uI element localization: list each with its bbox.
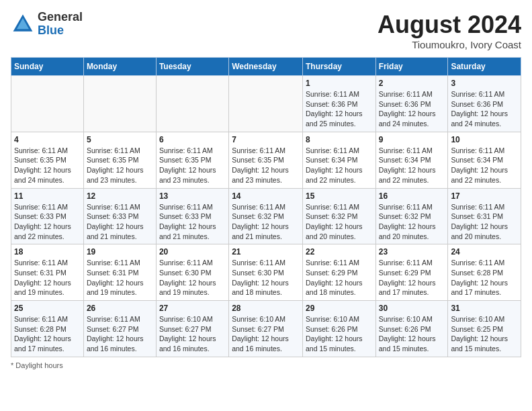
calendar-cell: 27Sunrise: 6:10 AM Sunset: 6:27 PM Dayli… <box>156 301 228 357</box>
calendar-week-row: 4Sunrise: 6:11 AM Sunset: 6:35 PM Daylig… <box>11 132 521 188</box>
calendar-cell <box>83 76 156 132</box>
day-number: 11 <box>14 191 81 201</box>
day-info: Sunrise: 6:11 AM Sunset: 6:36 PM Dayligh… <box>451 89 518 129</box>
day-info: Sunrise: 6:10 AM Sunset: 6:27 PM Dayligh… <box>159 314 226 354</box>
col-header-friday: Friday <box>375 58 448 76</box>
calendar-cell: 16Sunrise: 6:11 AM Sunset: 6:32 PM Dayli… <box>375 188 448 244</box>
day-info: Sunrise: 6:11 AM Sunset: 6:29 PM Dayligh… <box>379 258 445 298</box>
calendar-cell: 24Sunrise: 6:11 AM Sunset: 6:28 PM Dayli… <box>448 244 521 301</box>
day-number: 19 <box>87 247 153 257</box>
calendar-week-row: 1Sunrise: 6:11 AM Sunset: 6:36 PM Daylig… <box>11 76 521 132</box>
calendar-cell: 18Sunrise: 6:11 AM Sunset: 6:31 PM Dayli… <box>11 244 84 301</box>
day-info: Sunrise: 6:11 AM Sunset: 6:31 PM Dayligh… <box>87 258 153 298</box>
calendar-cell: 5Sunrise: 6:11 AM Sunset: 6:35 PM Daylig… <box>83 132 156 188</box>
footer-note: * Daylight hours <box>11 361 521 369</box>
day-info: Sunrise: 6:11 AM Sunset: 6:34 PM Dayligh… <box>379 146 445 185</box>
col-header-tuesday: Tuesday <box>156 58 228 76</box>
calendar-cell: 4Sunrise: 6:11 AM Sunset: 6:35 PM Daylig… <box>11 132 84 188</box>
day-info: Sunrise: 6:11 AM Sunset: 6:33 PM Dayligh… <box>87 202 153 242</box>
calendar-cell: 30Sunrise: 6:10 AM Sunset: 6:26 PM Dayli… <box>375 301 448 357</box>
day-number: 4 <box>14 135 81 144</box>
day-number: 7 <box>232 135 300 144</box>
calendar-cell: 29Sunrise: 6:10 AM Sunset: 6:26 PM Dayli… <box>302 301 375 357</box>
day-number: 23 <box>379 247 445 257</box>
day-number: 25 <box>14 304 81 313</box>
col-header-sunday: Sunday <box>11 58 84 76</box>
calendar-cell: 2Sunrise: 6:11 AM Sunset: 6:36 PM Daylig… <box>375 76 448 132</box>
day-number: 24 <box>451 247 518 257</box>
day-info: Sunrise: 6:11 AM Sunset: 6:36 PM Dayligh… <box>306 89 373 129</box>
logo-blue: Blue <box>38 24 64 37</box>
day-info: Sunrise: 6:11 AM Sunset: 6:33 PM Dayligh… <box>14 202 81 242</box>
logo-text: General Blue <box>38 11 83 38</box>
calendar-cell: 23Sunrise: 6:11 AM Sunset: 6:29 PM Dayli… <box>375 244 448 301</box>
day-info: Sunrise: 6:10 AM Sunset: 6:26 PM Dayligh… <box>379 314 445 354</box>
day-number: 21 <box>232 247 300 257</box>
calendar-header-row: SundayMondayTuesdayWednesdayThursdayFrid… <box>11 58 521 76</box>
day-number: 30 <box>379 304 445 313</box>
day-info: Sunrise: 6:11 AM Sunset: 6:31 PM Dayligh… <box>451 202 518 242</box>
day-info: Sunrise: 6:11 AM Sunset: 6:33 PM Dayligh… <box>159 202 226 242</box>
day-number: 28 <box>232 304 300 313</box>
calendar-cell: 7Sunrise: 6:11 AM Sunset: 6:35 PM Daylig… <box>229 132 303 188</box>
day-number: 12 <box>87 191 153 201</box>
calendar-cell: 3Sunrise: 6:11 AM Sunset: 6:36 PM Daylig… <box>448 76 521 132</box>
calendar-cell: 8Sunrise: 6:11 AM Sunset: 6:34 PM Daylig… <box>302 132 375 188</box>
day-number: 14 <box>232 191 300 201</box>
day-info: Sunrise: 6:11 AM Sunset: 6:36 PM Dayligh… <box>379 89 445 129</box>
location: Tioumoukro, Ivory Coast <box>378 39 521 50</box>
col-header-saturday: Saturday <box>448 58 521 76</box>
day-info: Sunrise: 6:11 AM Sunset: 6:32 PM Dayligh… <box>306 202 373 242</box>
calendar-week-row: 18Sunrise: 6:11 AM Sunset: 6:31 PM Dayli… <box>11 244 521 301</box>
day-number: 8 <box>306 135 373 144</box>
calendar-cell: 26Sunrise: 6:11 AM Sunset: 6:27 PM Dayli… <box>83 301 156 357</box>
calendar-cell <box>156 76 228 132</box>
day-info: Sunrise: 6:11 AM Sunset: 6:34 PM Dayligh… <box>306 146 373 185</box>
day-info: Sunrise: 6:11 AM Sunset: 6:35 PM Dayligh… <box>159 146 226 185</box>
day-info: Sunrise: 6:10 AM Sunset: 6:27 PM Dayligh… <box>232 314 300 354</box>
day-info: Sunrise: 6:11 AM Sunset: 6:32 PM Dayligh… <box>232 202 300 242</box>
calendar-cell: 10Sunrise: 6:11 AM Sunset: 6:34 PM Dayli… <box>448 132 521 188</box>
day-number: 31 <box>451 304 518 313</box>
day-info: Sunrise: 6:11 AM Sunset: 6:30 PM Dayligh… <box>159 258 226 298</box>
calendar-cell: 14Sunrise: 6:11 AM Sunset: 6:32 PM Dayli… <box>229 188 303 244</box>
calendar-cell: 17Sunrise: 6:11 AM Sunset: 6:31 PM Dayli… <box>448 188 521 244</box>
day-number: 18 <box>14 247 81 257</box>
calendar-cell: 11Sunrise: 6:11 AM Sunset: 6:33 PM Dayli… <box>11 188 84 244</box>
day-info: Sunrise: 6:11 AM Sunset: 6:28 PM Dayligh… <box>14 314 81 354</box>
calendar-cell: 1Sunrise: 6:11 AM Sunset: 6:36 PM Daylig… <box>302 76 375 132</box>
day-info: Sunrise: 6:11 AM Sunset: 6:30 PM Dayligh… <box>232 258 300 298</box>
logo: General Blue <box>11 11 83 38</box>
day-number: 20 <box>159 247 226 257</box>
day-number: 9 <box>379 135 445 144</box>
calendar-cell: 21Sunrise: 6:11 AM Sunset: 6:30 PM Dayli… <box>229 244 303 301</box>
day-number: 6 <box>159 135 226 144</box>
day-info: Sunrise: 6:11 AM Sunset: 6:35 PM Dayligh… <box>87 146 153 185</box>
day-info: Sunrise: 6:10 AM Sunset: 6:26 PM Dayligh… <box>306 314 373 354</box>
calendar-cell: 25Sunrise: 6:11 AM Sunset: 6:28 PM Dayli… <box>11 301 84 357</box>
logo-general: General <box>38 10 83 24</box>
day-number: 22 <box>306 247 373 257</box>
col-header-wednesday: Wednesday <box>229 58 303 76</box>
calendar-cell: 31Sunrise: 6:10 AM Sunset: 6:25 PM Dayli… <box>448 301 521 357</box>
calendar-week-row: 25Sunrise: 6:11 AM Sunset: 6:28 PM Dayli… <box>11 301 521 357</box>
day-number: 13 <box>159 191 226 201</box>
day-info: Sunrise: 6:11 AM Sunset: 6:28 PM Dayligh… <box>451 258 518 298</box>
calendar-cell: 15Sunrise: 6:11 AM Sunset: 6:32 PM Dayli… <box>302 188 375 244</box>
header: General Blue August 2024 Tioumoukro, Ivo… <box>11 11 521 50</box>
col-header-monday: Monday <box>83 58 156 76</box>
day-number: 15 <box>306 191 373 201</box>
daylight-note: Daylight hours <box>15 361 62 369</box>
day-number: 5 <box>87 135 153 144</box>
day-number: 1 <box>306 79 373 88</box>
day-number: 17 <box>451 191 518 201</box>
day-info: Sunrise: 6:10 AM Sunset: 6:25 PM Dayligh… <box>451 314 518 354</box>
calendar-cell <box>11 76 84 132</box>
day-number: 16 <box>379 191 445 201</box>
day-info: Sunrise: 6:11 AM Sunset: 6:29 PM Dayligh… <box>306 258 373 298</box>
calendar-cell: 22Sunrise: 6:11 AM Sunset: 6:29 PM Dayli… <box>302 244 375 301</box>
day-info: Sunrise: 6:11 AM Sunset: 6:35 PM Dayligh… <box>14 146 81 185</box>
day-info: Sunrise: 6:11 AM Sunset: 6:34 PM Dayligh… <box>451 146 518 185</box>
day-info: Sunrise: 6:11 AM Sunset: 6:35 PM Dayligh… <box>232 146 300 185</box>
month-year: August 2024 <box>378 11 521 39</box>
